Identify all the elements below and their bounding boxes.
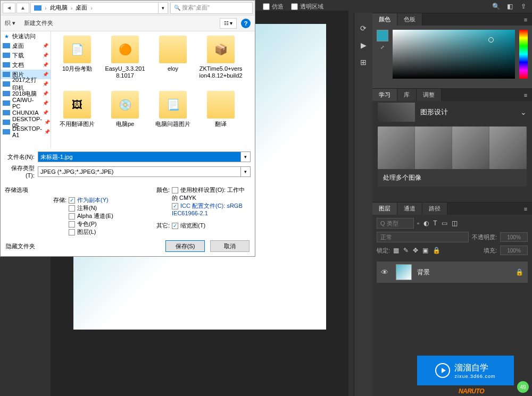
sidebar-item[interactable]: 桌面📌 — [1, 41, 51, 50]
pin-icon: 📌 — [43, 62, 48, 68]
folder-icon: 📃 — [159, 91, 187, 119]
file-label: EasyU_3.3.2018.1017 — [103, 65, 147, 79]
properties-icon[interactable]: ⊞ — [358, 57, 369, 67]
nav-back-button[interactable]: ◄ — [3, 3, 15, 13]
layer-thumbnail[interactable] — [396, 264, 412, 280]
tab-learn[interactable]: 学习 — [372, 89, 397, 101]
layer-kind-dropdown[interactable]: Q 类型 — [377, 218, 414, 229]
checkbox-thumbnail[interactable] — [172, 223, 178, 229]
layer-name: 背景 — [417, 268, 430, 277]
pin-icon: 📌 — [43, 100, 48, 106]
search-icon[interactable]: 🔍 — [492, 2, 500, 11]
notification-badge[interactable]: 49 — [517, 381, 529, 393]
filter-pixel-icon[interactable]: ▫ — [417, 220, 419, 227]
filename-dropdown-button[interactable]: ▾ — [241, 151, 251, 162]
lock-move-icon[interactable]: ✥ — [413, 247, 418, 254]
hue-slider[interactable] — [519, 30, 528, 79]
checkbox-spot[interactable] — [69, 221, 75, 228]
lock-transparent-icon[interactable]: ▦ — [393, 247, 399, 254]
history-icon[interactable]: ⟳ — [358, 23, 369, 33]
filter-text-icon[interactable]: T — [433, 220, 437, 227]
checkbox-layers[interactable] — [69, 229, 75, 235]
share-icon[interactable]: ⇪ — [519, 2, 528, 11]
sidebar-quick-access[interactable]: ★ 快速访问 — [1, 31, 51, 41]
file-item[interactable]: 💿电脑pe — [102, 90, 148, 143]
visibility-eye-icon[interactable]: 👁 — [381, 268, 390, 276]
file-item[interactable]: 📃电脑问题图片 — [150, 90, 196, 143]
lock-icon[interactable]: 🔒 — [516, 268, 523, 276]
filter-smart-icon[interactable]: ◫ — [452, 220, 458, 227]
file-grid[interactable]: 📄10月份考勤🟠EasyU_3.3.2018.1017eloy📦ZKTime5.… — [51, 31, 255, 148]
file-item[interactable]: 🟠EasyU_3.3.2018.1017 — [102, 35, 148, 88]
swap-colors-icon[interactable]: ⤢ — [377, 45, 388, 50]
color-label: 颜色: — [145, 186, 170, 194]
hide-folders-toggle[interactable]: 隐藏文件夹 — [6, 242, 160, 250]
sidebar-item[interactable]: 2017之打印机📌 — [1, 79, 51, 89]
checkbox-proof[interactable] — [172, 187, 178, 193]
blend-mode-dropdown[interactable]: 正常 — [377, 232, 469, 242]
filter-shape-icon[interactable]: ▭ — [442, 220, 447, 227]
checkbox-alpha[interactable] — [69, 213, 75, 220]
workspace-icon[interactable]: ◧ — [505, 2, 514, 11]
file-label: 翻译 — [215, 121, 227, 128]
lock-all-icon[interactable]: 🔒 — [433, 247, 440, 254]
opacity-value[interactable]: 100% — [500, 232, 528, 242]
tab-swatches[interactable]: 色板 — [397, 13, 422, 26]
checkbox-icc[interactable] — [172, 203, 178, 209]
breadcrumb-part[interactable]: 此电脑 — [50, 4, 68, 12]
tab-color[interactable]: 颜色 — [372, 13, 397, 26]
file-item[interactable]: 📦ZKTime5.0+version4.8.12+build2 — [198, 35, 244, 88]
play-icon[interactable]: ▶ — [358, 40, 369, 50]
file-item[interactable]: 翻译 — [198, 90, 244, 143]
sidebar-item[interactable]: DESKTOP-A1📌 — [1, 127, 51, 137]
learn-card[interactable]: 处理多个图像 — [378, 127, 527, 187]
cancel-button[interactable]: 取消 — [210, 240, 250, 252]
chevron-down-icon[interactable]: ⌄ — [520, 108, 527, 116]
filename-input[interactable]: 未标题-1.jpg — [38, 151, 241, 162]
sidebar-item[interactable]: 文档📌 — [1, 60, 51, 70]
prefs-transparent[interactable]: 透明区域 — [291, 3, 323, 11]
panel-menu-icon[interactable]: ≡ — [519, 13, 532, 26]
folder-icon: 🟠 — [111, 36, 139, 63]
pin-icon: 📌 — [44, 120, 50, 125]
checkbox-as-copy[interactable] — [69, 197, 75, 204]
breadcrumb-part[interactable]: 桌面 — [76, 4, 87, 12]
tab-paths[interactable]: 路径 — [422, 203, 447, 215]
checkbox-annotations[interactable] — [69, 205, 75, 212]
path-dropdown-button[interactable]: ▾ — [159, 2, 168, 14]
filetype-select[interactable]: JPEG (*.JPG;*.JPEG;*.JPE) — [38, 166, 241, 177]
filetype-dropdown-button[interactable]: ▾ — [241, 166, 251, 177]
checkbox-transparent[interactable] — [291, 3, 298, 10]
prefs-sim[interactable]: 仿造 — [263, 3, 284, 11]
save-button[interactable]: 保存(S) — [165, 240, 205, 252]
layer-row[interactable]: 👁 背景 🔒 — [377, 262, 528, 283]
file-item[interactable]: 🖼不用翻译图片 — [54, 90, 100, 143]
sidebar-item[interactable]: 下载📌 — [1, 50, 51, 60]
breadcrumb[interactable]: › 此电脑 › 桌面 › — [30, 2, 159, 14]
foreground-color-swatch[interactable] — [377, 30, 388, 41]
panel-menu-icon[interactable]: ≡ — [519, 203, 532, 215]
lock-brush-icon[interactable]: ✎ — [403, 247, 409, 254]
view-mode-button[interactable]: ☷ ▾ — [220, 18, 237, 29]
folder-icon: 🖼 — [63, 91, 91, 119]
sidebar-item[interactable]: CAIWU-PC📌 — [1, 98, 51, 108]
fill-value[interactable]: 100% — [500, 246, 528, 255]
tab-adjust[interactable]: 调整 — [417, 89, 442, 101]
lock-artboard-icon[interactable]: ▣ — [422, 247, 428, 254]
file-item[interactable]: 📄10月份考勤 — [54, 35, 100, 88]
color-field[interactable] — [393, 30, 515, 79]
tab-library[interactable]: 库 — [397, 89, 417, 101]
tab-layers[interactable]: 图层 — [372, 203, 397, 215]
filter-adjust-icon[interactable]: ◐ — [423, 220, 429, 227]
organize-menu[interactable]: 织 ▾ — [5, 19, 15, 27]
help-icon[interactable]: ? — [241, 19, 251, 28]
checkbox-sim[interactable] — [263, 3, 270, 10]
new-folder-button[interactable]: 新建文件夹 — [24, 19, 53, 27]
file-item[interactable]: eloy — [150, 35, 196, 88]
tab-channels[interactable]: 通道 — [397, 203, 422, 215]
pin-icon: 📌 — [43, 91, 48, 96]
panel-menu-icon[interactable]: ≡ — [519, 89, 532, 101]
nav-up-button[interactable]: ▲ — [16, 3, 29, 13]
color-cursor[interactable] — [488, 37, 494, 43]
search-input[interactable]: 搜索"桌面" — [170, 2, 253, 14]
